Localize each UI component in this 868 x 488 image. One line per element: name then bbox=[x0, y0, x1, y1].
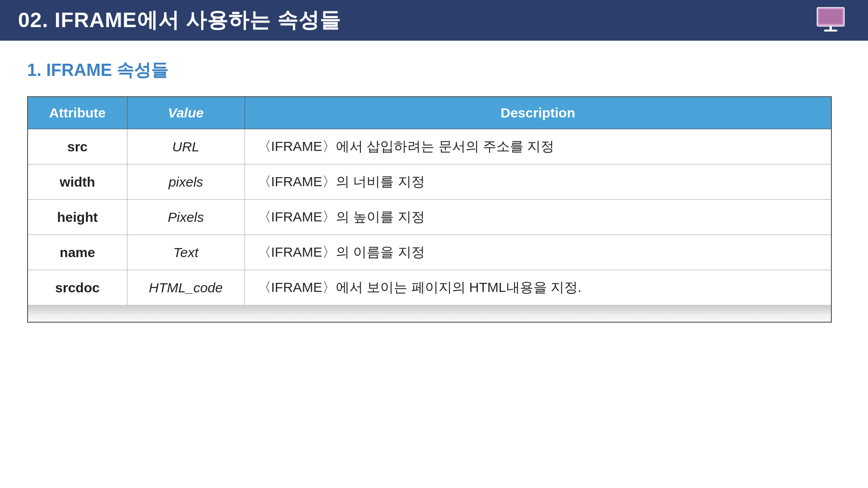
monitor-icon bbox=[814, 5, 850, 36]
col-header-value: Value bbox=[127, 97, 245, 129]
cell-description: 〈IFRAME〉의 높이를 지정 bbox=[245, 200, 831, 235]
cell-description: 〈IFRAME〉에서 보이는 페이지의 HTML내용을 지정. bbox=[245, 270, 831, 305]
col-header-attribute: Attribute bbox=[28, 97, 127, 129]
cell-value: URL bbox=[127, 129, 245, 164]
cell-attribute: srcdoc bbox=[28, 270, 127, 305]
page-title: 02. IFRAME에서 사용하는 속성들 bbox=[18, 6, 341, 34]
table-row: srcURL〈IFRAME〉에서 삽입하려는 문서의 주소를 지정 bbox=[28, 129, 831, 164]
col-header-description: Description bbox=[245, 97, 831, 129]
header-bar: 02. IFRAME에서 사용하는 속성들 bbox=[0, 0, 868, 41]
cell-description: 〈IFRAME〉의 이름을 지정 bbox=[245, 235, 831, 270]
cell-attribute: width bbox=[28, 164, 127, 200]
cell-value: HTML_code bbox=[127, 270, 245, 305]
cell-description: 〈IFRAME〉에서 삽입하려는 문서의 주소를 지정 bbox=[245, 129, 831, 164]
table-header-row: Attribute Value Description bbox=[28, 97, 831, 129]
svg-rect-1 bbox=[819, 9, 843, 24]
attributes-table: Attribute Value Description srcURL〈IFRAM… bbox=[27, 96, 832, 323]
cell-attribute: height bbox=[28, 200, 127, 235]
table-shadow-row bbox=[28, 305, 831, 323]
table-row: nameText〈IFRAME〉의 이름을 지정 bbox=[28, 235, 831, 270]
cell-value: Pixels bbox=[127, 200, 245, 235]
monitor-svg-icon bbox=[816, 7, 848, 34]
cell-value: pixels bbox=[127, 164, 245, 200]
svg-rect-3 bbox=[824, 30, 837, 32]
cell-value: Text bbox=[127, 235, 245, 270]
svg-rect-2 bbox=[830, 26, 832, 30]
table-row: heightPixels〈IFRAME〉의 높이를 지정 bbox=[28, 200, 831, 235]
cell-attribute: src bbox=[28, 129, 127, 164]
table-row: srcdocHTML_code〈IFRAME〉에서 보이는 페이지의 HTML내… bbox=[28, 270, 831, 305]
table-row: widthpixels〈IFRAME〉의 너비를 지정 bbox=[28, 164, 831, 200]
content-area: 1. IFRAME 속성들 Attribute Value Descriptio… bbox=[0, 41, 868, 341]
section-title: 1. IFRAME 속성들 bbox=[27, 59, 841, 82]
cell-attribute: name bbox=[28, 235, 127, 270]
cell-description: 〈IFRAME〉의 너비를 지정 bbox=[245, 164, 831, 200]
